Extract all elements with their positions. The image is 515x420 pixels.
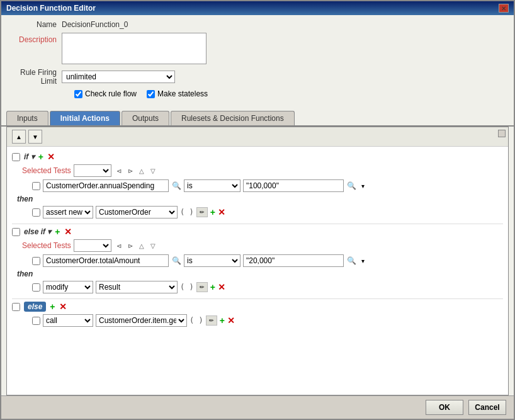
nav-left-icon-1[interactable]: ⊲ xyxy=(114,166,124,176)
else-block: else + ✕ call CustomerOrder.item.get ( ) xyxy=(12,302,503,327)
paren-code-1: ( ) xyxy=(180,208,194,217)
call-container: call xyxy=(43,314,93,327)
divider-1 xyxy=(12,224,503,224)
else-remove-button[interactable]: ✕ xyxy=(59,302,67,312)
paren-code-2: ( ) xyxy=(180,283,194,292)
search-icon-4[interactable]: 🔍 xyxy=(346,256,356,266)
action-row-1: assert new CustomerOrder ( ) ✏ + ✕ xyxy=(32,206,503,219)
down-arrow-icon xyxy=(32,132,38,141)
modify-select[interactable]: modify xyxy=(43,281,93,293)
else-header: else + ✕ xyxy=(12,302,503,312)
nav-down-icon-1[interactable]: ▽ xyxy=(148,166,158,176)
move-down-button[interactable] xyxy=(28,130,42,144)
action-1-add-button[interactable]: + xyxy=(210,207,215,217)
main-panel: if ▾ + ✕ Selected Tests ⊲ ⊳ △ ▽ xyxy=(6,127,509,395)
selected-tests-row-2: Selected Tests ⊲ ⊳ △ ▽ xyxy=(22,239,503,252)
action-3-add-button[interactable]: + xyxy=(220,315,225,326)
selected-tests-label: Selected Tests xyxy=(22,166,71,175)
nav-up-icon-2[interactable]: △ xyxy=(137,241,147,251)
call-select[interactable]: call xyxy=(43,314,93,327)
action-1-checkbox[interactable] xyxy=(32,208,40,217)
if-add-button[interactable]: + xyxy=(38,152,43,162)
else-add-button[interactable]: + xyxy=(50,302,55,312)
else-if-header: else if ▾ + ✕ xyxy=(12,227,503,237)
then-row-2: then xyxy=(17,270,503,278)
resize-handle[interactable] xyxy=(498,130,506,137)
tab-initial-actions[interactable]: Initial Actions xyxy=(50,111,120,125)
condition-2-field[interactable] xyxy=(43,254,169,267)
nav-right-icon-1[interactable]: ⊳ xyxy=(125,166,135,176)
nav-up-icon-1[interactable]: △ xyxy=(137,166,147,176)
search-icon-2[interactable]: 🔍 xyxy=(346,181,356,191)
search-icon-1[interactable]: 🔍 xyxy=(171,181,181,191)
nav-right-icon-2[interactable]: ⊳ xyxy=(125,241,135,251)
nav-down-icon-2[interactable]: ▽ xyxy=(148,241,158,251)
edit-icon-3[interactable]: ✏ xyxy=(206,315,217,326)
assert-new-container: assert new xyxy=(43,206,93,219)
condition-2-dropdown-arrow[interactable]: ▾ xyxy=(359,257,366,264)
if-header: if ▾ + ✕ xyxy=(12,152,503,162)
condition-1-field[interactable] xyxy=(43,179,169,192)
selected-tests-select[interactable] xyxy=(74,164,111,177)
options-row: Check rule flow Make stateless xyxy=(74,89,504,98)
ok-button[interactable]: OK xyxy=(426,400,463,415)
edit-icon-2[interactable]: ✏ xyxy=(196,282,208,292)
if-keyword[interactable]: if ▾ xyxy=(24,152,35,161)
selected-tests-select-2[interactable] xyxy=(74,239,111,252)
make-stateless-item: Make stateless xyxy=(147,89,208,98)
up-arrow-icon xyxy=(16,132,22,141)
else-if-remove-button[interactable]: ✕ xyxy=(64,227,72,237)
else-if-block-checkbox[interactable] xyxy=(12,228,20,236)
customer-order-select[interactable]: CustomerOrder xyxy=(96,206,178,219)
bottom-bar: OK Cancel xyxy=(1,395,514,419)
condition-2-checkbox[interactable] xyxy=(32,257,40,265)
if-block: if ▾ + ✕ Selected Tests ⊲ ⊳ △ ▽ xyxy=(12,152,503,219)
tab-inputs[interactable]: Inputs xyxy=(6,111,48,125)
condition-row-2: 🔍 is 🔍 ▾ xyxy=(32,254,503,267)
move-up-button[interactable] xyxy=(12,130,26,144)
divider-2 xyxy=(12,298,503,299)
condition-1-operator[interactable]: is xyxy=(184,179,241,192)
action-1-remove-button[interactable]: ✕ xyxy=(218,207,225,217)
edit-icon-1[interactable]: ✏ xyxy=(196,207,208,217)
then-row-1: then xyxy=(17,195,503,203)
tab-outputs[interactable]: Outputs xyxy=(122,111,169,125)
rule-firing-label: Rule Firing Limit xyxy=(11,68,62,86)
action-3-checkbox[interactable] xyxy=(32,317,40,325)
selected-tests-row: Selected Tests ⊲ ⊳ △ ▽ xyxy=(22,164,503,177)
make-stateless-checkbox[interactable] xyxy=(147,90,155,98)
if-remove-button[interactable]: ✕ xyxy=(47,152,55,162)
condition-1-checkbox[interactable] xyxy=(32,182,40,190)
name-row: Name DecisionFunction_0 xyxy=(11,20,504,29)
condition-2-operator[interactable]: is xyxy=(184,254,241,267)
paren-code-3: ( ) xyxy=(190,316,203,325)
condition-1-dropdown-arrow[interactable]: ▾ xyxy=(359,182,366,190)
tab-rulesets[interactable]: Rulesets & Decision Functions xyxy=(171,111,295,125)
rule-firing-select[interactable]: unlimited xyxy=(62,71,175,83)
check-rule-flow-checkbox[interactable] xyxy=(74,90,82,98)
condition-2-value[interactable] xyxy=(243,254,344,267)
else-block-checkbox[interactable] xyxy=(12,303,20,311)
condition-1-value[interactable] xyxy=(243,179,344,192)
close-button[interactable]: ✕ xyxy=(499,4,509,13)
action-2-checkbox[interactable] xyxy=(32,283,40,292)
customer-order-get-select[interactable]: CustomerOrder.item.get xyxy=(96,314,187,327)
else-if-keyword[interactable]: else if ▾ xyxy=(24,227,51,236)
description-row: Description xyxy=(11,33,504,64)
action-2-remove-button[interactable]: ✕ xyxy=(218,282,225,292)
action-2-add-button[interactable]: + xyxy=(210,282,215,292)
action-row-3: call CustomerOrder.item.get ( ) ✏ + ✕ xyxy=(32,314,503,327)
else-if-block: else if ▾ + ✕ Selected Tests ⊲ ⊳ △ ▽ xyxy=(12,227,503,293)
result-select[interactable]: Result xyxy=(96,281,178,293)
name-value: DecisionFunction_0 xyxy=(62,20,128,29)
assert-new-select[interactable]: assert new xyxy=(43,206,93,219)
search-icon-3[interactable]: 🔍 xyxy=(171,256,181,266)
if-block-checkbox[interactable] xyxy=(12,153,20,161)
nav-left-icon-2[interactable]: ⊲ xyxy=(114,241,124,251)
title-bar: Decision Function Editor ✕ xyxy=(1,1,514,15)
description-input[interactable] xyxy=(62,33,207,64)
else-if-add-button[interactable]: + xyxy=(55,227,60,237)
action-3-remove-button[interactable]: ✕ xyxy=(227,315,235,326)
cancel-button[interactable]: Cancel xyxy=(468,400,506,415)
else-keyword[interactable]: else xyxy=(24,302,46,312)
